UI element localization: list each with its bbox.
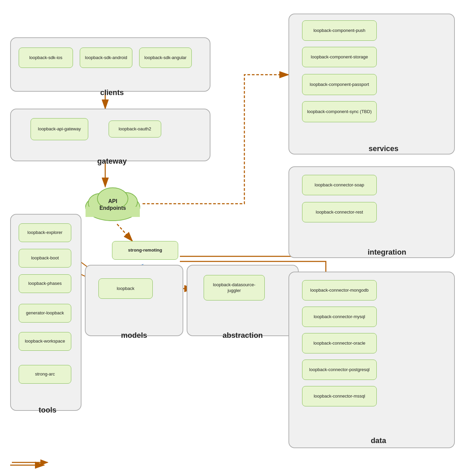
- gateway-label: gateway: [78, 157, 146, 166]
- item-strong-arc: strong-arc: [19, 365, 71, 384]
- clients-label: clients: [78, 88, 146, 97]
- item-loopback-connector-mysql: loopback-connector-mysql: [302, 307, 377, 327]
- services-label: services: [353, 144, 414, 153]
- item-loopback-datasource-juggler: loopback-datasource-juggler: [204, 275, 265, 300]
- item-loopback-phases: loopback-phases: [19, 274, 71, 293]
- item-loopback-connector-rest: loopback-connector-rest: [302, 202, 377, 222]
- item-loopback-sdk-ios: loopback-sdk-ios: [19, 48, 73, 68]
- item-loopback-component-sync: loopback-component-sync (TBD): [302, 101, 377, 122]
- svg-text:Endpoints: Endpoints: [99, 205, 126, 211]
- item-loopback-connector-postgresql: loopback-connector-postgresql: [302, 360, 377, 380]
- models-group: [85, 265, 183, 336]
- diagram-container: clients loopback-sdk-ios loopback-sdk-an…: [0, 0, 466, 476]
- models-label: models: [110, 331, 158, 340]
- svg-line-6: [117, 224, 132, 241]
- item-loopback-component-passport: loopback-component-passport: [302, 74, 377, 95]
- item-loopback-connector-mongodb: loopback-connector-mongodb: [302, 280, 377, 300]
- legend: [10, 459, 51, 466]
- item-loopback-component-push: loopback-component-push: [302, 20, 377, 41]
- abstraction-label: abstraction: [200, 331, 285, 340]
- legend-arrow: [10, 459, 51, 466]
- data-label: data: [358, 436, 399, 445]
- item-loopback: loopback: [98, 278, 153, 299]
- item-loopback-connector-oracle: loopback-connector-oracle: [302, 333, 377, 353]
- integration-label: integration: [353, 248, 421, 257]
- svg-text:API: API: [108, 198, 117, 204]
- item-loopback-sdk-angular: loopback-sdk-angular: [139, 48, 192, 68]
- item-generator-loopback: generator-loopback: [19, 304, 71, 323]
- item-loopback-explorer: loopback-explorer: [19, 223, 71, 242]
- item-loopback-oauth2: loopback-oauth2: [109, 121, 161, 138]
- api-endpoints-cloud: API Endpoints: [81, 180, 144, 224]
- item-loopback-connector-soap: loopback-connector-soap: [302, 175, 377, 195]
- item-loopback-boot: loopback-boot: [19, 249, 71, 268]
- item-loopback-connector-mssql: loopback-connector-mssql: [302, 386, 377, 406]
- item-loopback-sdk-android: loopback-sdk-android: [80, 48, 132, 68]
- item-loopback-api-gateway: loopback-api-gateway: [31, 118, 88, 140]
- item-loopback-component-storage: loopback-component-storage: [302, 47, 377, 67]
- tools-label: tools: [27, 406, 68, 415]
- item-strong-remoting: strong-remoting: [112, 241, 178, 260]
- item-loopback-workspace: loopback-workspace: [19, 332, 71, 351]
